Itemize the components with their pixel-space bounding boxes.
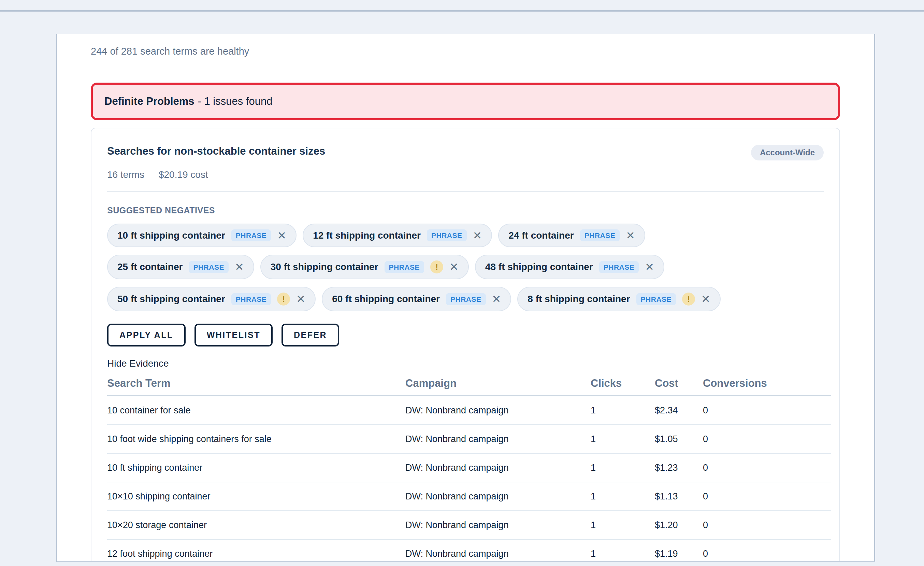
match-type-badge[interactable]: PHRASE — [189, 261, 229, 273]
cell-conversions: 0 — [703, 405, 831, 416]
cell-conversions: 0 — [703, 491, 831, 502]
remove-negative-icon[interactable]: ✕ — [626, 230, 635, 241]
negative-chip[interactable]: 24 ft container PHRASE ✕ — [498, 224, 645, 247]
table-row: 10×20 storage container DW: Nonbrand cam… — [107, 511, 831, 540]
cell-cost: $1.19 — [655, 549, 703, 559]
column-header: Conversions — [703, 377, 831, 389]
negative-chip[interactable]: 12 ft shipping container PHRASE ✕ — [303, 224, 492, 247]
cell-search-term: 10 ft shipping container — [107, 462, 405, 473]
suggested-negatives-list: 10 ft shipping container PHRASE ✕ 12 ft … — [107, 224, 745, 311]
remove-negative-icon[interactable]: ✕ — [701, 294, 710, 305]
table-row: 10×10 shipping container DW: Nonbrand ca… — [107, 482, 831, 511]
negative-term: 30 ft shipping container — [271, 261, 378, 272]
issue-card-header: Searches for non-stockable container siz… — [107, 145, 824, 161]
cell-campaign: DW: Nonbrand campaign — [405, 491, 591, 502]
banner-title: Definite Problems — [104, 95, 195, 107]
negative-term: 8 ft shipping container — [528, 294, 630, 305]
terms-count: 16 terms — [107, 169, 144, 180]
table-row: 10 container for sale DW: Nonbrand campa… — [107, 396, 831, 425]
cell-cost: $1.13 — [655, 491, 703, 502]
warning-icon: ! — [682, 293, 695, 306]
match-type-badge[interactable]: PHRASE — [446, 293, 486, 305]
match-type-badge[interactable]: PHRASE — [384, 261, 424, 273]
issue-card: Searches for non-stockable container siz… — [91, 128, 840, 562]
column-header: Clicks — [591, 377, 655, 389]
issue-meta: 16 terms $20.19 cost — [107, 169, 824, 180]
cell-clicks: 1 — [591, 491, 655, 502]
definite-problems-banner[interactable]: Definite Problems- 1 issues found — [91, 83, 840, 120]
remove-negative-icon[interactable]: ✕ — [473, 230, 482, 241]
column-header: Search Term — [107, 377, 405, 389]
cell-conversions: 0 — [703, 549, 831, 559]
cell-search-term: 10 foot wide shipping containers for sal… — [107, 434, 405, 444]
negative-term: 50 ft shipping container — [117, 294, 225, 305]
cell-clicks: 1 — [591, 434, 655, 444]
whitelist-button[interactable]: WHITELIST — [195, 324, 273, 347]
negative-chip[interactable]: 60 ft shipping container PHRASE ✕ — [322, 287, 511, 311]
column-header: Cost — [655, 377, 703, 389]
negative-chip[interactable]: 30 ft shipping container PHRASE ! ✕ — [260, 255, 469, 279]
defer-button[interactable]: DEFER — [282, 324, 339, 347]
cell-search-term: 12 foot shipping container — [107, 549, 405, 559]
match-type-badge[interactable]: PHRASE — [231, 230, 271, 241]
cell-conversions: 0 — [703, 462, 831, 473]
cell-search-term: 10×10 shipping container — [107, 491, 405, 502]
match-type-badge[interactable]: PHRASE — [580, 230, 620, 241]
evidence-table: Search Term Campaign Clicks Cost Convers… — [107, 377, 831, 562]
issue-title: Searches for non-stockable container siz… — [107, 145, 325, 158]
table-row: 10 ft shipping container DW: Nonbrand ca… — [107, 454, 831, 482]
column-header: Campaign — [405, 377, 591, 389]
healthy-summary: 244 of 281 search terms are healthy — [91, 45, 840, 57]
cell-clicks: 1 — [591, 549, 655, 559]
cell-clicks: 1 — [591, 520, 655, 530]
negative-term: 48 ft shipping container — [485, 261, 593, 272]
remove-negative-icon[interactable]: ✕ — [645, 261, 654, 272]
match-type-badge[interactable]: PHRASE — [231, 293, 271, 305]
negative-chip[interactable]: 8 ft shipping container PHRASE ! ✕ — [517, 287, 721, 311]
issue-cost: $20.19 cost — [159, 169, 208, 180]
negative-term: 24 ft container — [508, 230, 574, 241]
main-content-panel: 244 of 281 search terms are healthy Defi… — [56, 34, 875, 562]
match-type-badge[interactable]: PHRASE — [636, 293, 676, 305]
suggested-negatives-label: SUGGESTED NEGATIVES — [107, 206, 824, 215]
cell-cost: $1.20 — [655, 520, 703, 530]
table-row: 12 foot shipping container DW: Nonbrand … — [107, 540, 831, 562]
card-divider — [107, 191, 824, 192]
negative-chip[interactable]: 10 ft shipping container PHRASE ✕ — [107, 224, 297, 247]
negative-term: 25 ft container — [117, 261, 183, 272]
cell-campaign: DW: Nonbrand campaign — [405, 462, 591, 473]
cell-campaign: DW: Nonbrand campaign — [405, 434, 591, 444]
top-bar-divider — [0, 10, 924, 12]
evidence-table-header: Search Term Campaign Clicks Cost Convers… — [107, 377, 831, 396]
evidence-table-body: 10 container for sale DW: Nonbrand campa… — [107, 396, 831, 562]
match-type-badge[interactable]: PHRASE — [427, 230, 467, 241]
cell-campaign: DW: Nonbrand campaign — [405, 405, 591, 416]
cell-conversions: 0 — [703, 434, 831, 444]
cell-cost: $1.05 — [655, 434, 703, 444]
negative-chip[interactable]: 48 ft shipping container PHRASE ✕ — [475, 255, 664, 279]
negative-term: 12 ft shipping container — [313, 230, 421, 241]
warning-icon: ! — [430, 260, 443, 273]
cell-search-term: 10 container for sale — [107, 405, 405, 416]
negative-term: 60 ft shipping container — [332, 294, 440, 305]
remove-negative-icon[interactable]: ✕ — [277, 230, 286, 241]
table-row: 10 foot wide shipping containers for sal… — [107, 425, 831, 454]
cell-clicks: 1 — [591, 405, 655, 416]
cell-search-term: 10×20 storage container — [107, 520, 405, 530]
negative-term: 10 ft shipping container — [117, 230, 225, 241]
cell-clicks: 1 — [591, 462, 655, 473]
negative-chip[interactable]: 50 ft shipping container PHRASE ! ✕ — [107, 287, 316, 311]
remove-negative-icon[interactable]: ✕ — [449, 261, 459, 272]
remove-negative-icon[interactable]: ✕ — [492, 294, 501, 305]
cell-campaign: DW: Nonbrand campaign — [405, 520, 591, 530]
banner-issues-count: - 1 issues found — [198, 95, 273, 107]
remove-negative-icon[interactable]: ✕ — [235, 261, 244, 272]
hide-evidence-toggle[interactable]: Hide Evidence — [107, 358, 169, 369]
cell-campaign: DW: Nonbrand campaign — [405, 549, 591, 559]
remove-negative-icon[interactable]: ✕ — [296, 294, 305, 305]
negative-chip[interactable]: 25 ft container PHRASE ✕ — [107, 255, 254, 279]
match-type-badge[interactable]: PHRASE — [599, 261, 639, 273]
apply-all-button[interactable]: APPLY ALL — [107, 324, 186, 347]
action-buttons: APPLY ALL WHITELIST DEFER — [107, 324, 824, 347]
cell-conversions: 0 — [703, 520, 831, 530]
